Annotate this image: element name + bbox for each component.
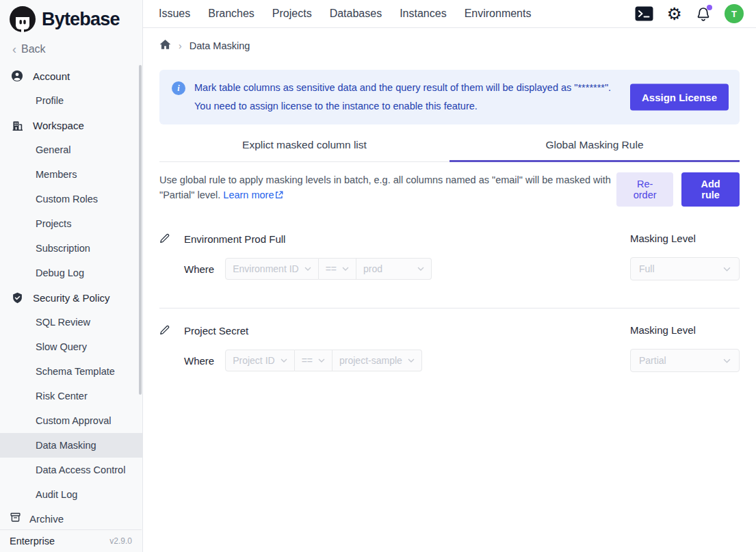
chevron-left-icon: ‹ [12, 43, 16, 55]
where-label: Where [184, 263, 214, 275]
condition-field-select[interactable]: Project ID [225, 350, 294, 371]
masking-level-select[interactable]: Partial [630, 349, 740, 372]
chevron-down-icon [408, 358, 415, 363]
masking-rules-list: Environment Prod Full Masking Level Wher… [159, 233, 740, 399]
license-banner: i Mark table columns as sensitive data a… [159, 70, 740, 124]
back-button[interactable]: ‹ Back [0, 36, 142, 60]
masking-tabs: Explict masked column list Global Maskin… [159, 131, 740, 162]
sidebar-section-account[interactable]: Account [0, 64, 142, 88]
learn-more-link[interactable]: Learn more [223, 189, 283, 200]
tab-explict-masked-column-list[interactable]: Explict masked column list [159, 131, 449, 162]
intro-text: Use global rule to apply masking levels … [159, 172, 616, 203]
sidebar-nav: Account Profile Workspace General Member… [0, 60, 142, 507]
edit-pencil-icon[interactable] [159, 233, 170, 244]
sidebar-scrollbar[interactable] [139, 65, 142, 395]
version-label: v2.9.0 [109, 536, 132, 546]
condition-group: Project ID == project-sample [225, 350, 422, 371]
breadcrumb-page: Data Masking [190, 40, 250, 51]
main-area: Issues Branches Projects Databases Insta… [143, 0, 756, 552]
bytebase-logo-icon [10, 6, 36, 32]
sidebar-item-risk-center[interactable]: Risk Center [0, 384, 142, 408]
masking-level-label: Masking Level [630, 324, 696, 336]
plan-label: Enterprise [10, 536, 55, 547]
sidebar-section-security-policy[interactable]: Security & Policy [0, 285, 142, 310]
sidebar-item-subscription[interactable]: Subscription [0, 236, 142, 261]
info-icon: i [172, 81, 185, 95]
condition-group: Environment ID == prod [225, 258, 432, 280]
add-rule-button[interactable]: Add rule [681, 172, 740, 207]
global-rule-intro: Use global rule to apply masking levels … [159, 172, 740, 207]
sidebar-item-custom-approval[interactable]: Custom Approval [0, 408, 142, 433]
breadcrumb: › Data Masking [143, 28, 756, 53]
banner-line2: You need to assign license to the instan… [194, 99, 646, 114]
condition-operator-select[interactable]: == [319, 258, 356, 280]
sidebar-item-general[interactable]: General [0, 137, 142, 162]
chevron-down-icon [417, 267, 424, 271]
rule-title: Project Secret [184, 325, 248, 337]
building-icon [11, 119, 23, 131]
home-icon[interactable] [159, 39, 171, 53]
sidebar-item-sql-review[interactable]: SQL Review [0, 310, 142, 334]
notification-dot [707, 5, 712, 10]
brand-logo[interactable]: Bytebase [0, 0, 142, 36]
condition-value-select[interactable]: project-sample [333, 350, 422, 371]
nav-issues[interactable]: Issues [150, 8, 199, 20]
rule-title: Environment Prod Full [184, 233, 285, 245]
archive-label: Archive [29, 513, 64, 525]
sidebar-item-profile[interactable]: Profile [0, 88, 142, 113]
condition-operator-select[interactable]: == [295, 350, 333, 371]
sidebar-section-label: Security & Policy [33, 292, 110, 304]
top-navbar: Issues Branches Projects Databases Insta… [143, 0, 756, 28]
chevron-down-icon [342, 267, 349, 271]
masking-rule-card: Environment Prod Full Masking Level Wher… [159, 233, 740, 308]
tab-global-masking-rule[interactable]: Global Masking Rule [449, 131, 740, 162]
chevron-down-icon [318, 358, 325, 363]
nav-instances[interactable]: Instances [391, 8, 455, 20]
notifications-bell-icon[interactable] [696, 6, 711, 22]
chevron-down-icon [723, 358, 731, 363]
sidebar-item-schema-template[interactable]: Schema Template [0, 359, 142, 384]
sidebar-item-archive[interactable]: Archive [0, 508, 142, 529]
nav-projects[interactable]: Projects [263, 8, 321, 20]
nav-databases[interactable]: Databases [321, 8, 391, 20]
sidebar-section-label: Workspace [33, 120, 84, 131]
brand-name: Bytebase [42, 9, 120, 30]
user-avatar[interactable]: T [725, 4, 744, 23]
sidebar: Bytebase ‹ Back Account Profile Workspac… [0, 0, 143, 552]
masking-rule-card: Project Secret Masking Level Where Proje… [159, 308, 740, 399]
chevron-down-icon [281, 358, 287, 363]
sidebar-item-slow-query[interactable]: Slow Query [0, 334, 142, 359]
sidebar-item-debug-log[interactable]: Debug Log [0, 261, 142, 285]
sidebar-footer: Enterprise v2.9.0 [0, 529, 142, 552]
sidebar-section-label: Account [33, 70, 70, 82]
sidebar-item-custom-roles[interactable]: Custom Roles [0, 187, 142, 211]
masking-level-select[interactable]: Full [630, 257, 740, 280]
user-icon [11, 70, 23, 82]
sidebar-item-audit-log[interactable]: Audit Log [0, 482, 142, 507]
banner-line1: Mark table columns as sensitive data and… [194, 81, 611, 95]
archive-box-icon [10, 512, 21, 525]
sidebar-item-data-masking[interactable]: Data Masking [0, 433, 142, 458]
external-link-icon [275, 188, 283, 203]
chevron-down-icon [723, 267, 731, 272]
edit-pencil-icon[interactable] [159, 325, 170, 336]
nav-branches[interactable]: Branches [199, 8, 263, 20]
masking-level-label: Masking Level [630, 233, 696, 244]
nav-environments[interactable]: Environments [456, 8, 540, 20]
sidebar-section-workspace[interactable]: Workspace [0, 113, 142, 137]
sidebar-item-projects[interactable]: Projects [0, 211, 142, 236]
where-label: Where [184, 355, 214, 367]
shield-check-icon [11, 291, 23, 304]
condition-value-select[interactable]: prod [356, 258, 432, 280]
condition-field-select[interactable]: Environment ID [225, 258, 318, 280]
sidebar-item-members[interactable]: Members [0, 162, 142, 187]
settings-gear-icon[interactable]: ⚙ [667, 5, 682, 23]
back-label: Back [21, 43, 46, 55]
chevron-down-icon [304, 267, 311, 271]
reorder-button[interactable]: Re-order [616, 172, 673, 207]
assign-license-button[interactable]: Assign License [630, 84, 729, 111]
sql-editor-terminal-icon[interactable] [635, 6, 653, 21]
chevron-right-icon: › [179, 40, 182, 51]
sidebar-item-data-access-control[interactable]: Data Access Control [0, 458, 142, 482]
